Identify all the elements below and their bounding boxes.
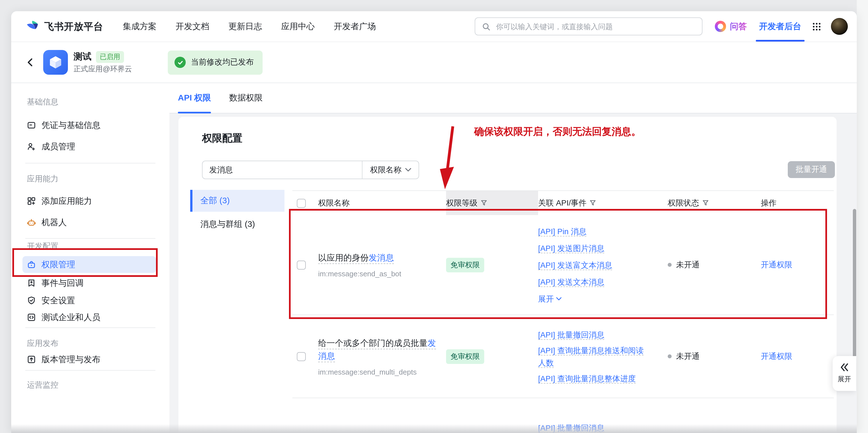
developer-console-link[interactable]: 开发者后台 (759, 11, 801, 41)
row-checkbox[interactable] (297, 260, 306, 269)
app-meta: 测试 已启用 正式应用@环界云 (73, 51, 132, 74)
table-row: 以应用的身份发消息 im:message:send_as_bot 免审权限 [A… (292, 215, 834, 315)
sidebar-item-version-release[interactable]: 版本管理与发布 (23, 351, 156, 368)
expand-label: 展开 (838, 375, 851, 384)
sidebar-item-members[interactable]: 成员管理 (23, 138, 156, 155)
app-subtitle: 正式应用@环界云 (73, 64, 132, 74)
app-grid-icon[interactable] (812, 22, 821, 31)
expand-api-link[interactable]: 展开 (538, 290, 562, 307)
sidebar-item-test-org[interactable]: 测试企业和人员 (23, 309, 156, 326)
sidebar-item-permissions[interactable]: 权限管理 (23, 256, 156, 273)
nav-item-integration[interactable]: 集成方案 (123, 21, 157, 32)
nav-item-changelog[interactable]: 更新日志 (228, 21, 262, 32)
permission-name-link[interactable]: 以应用的身份发消息 (318, 253, 394, 264)
sidebar-item-add-capability[interactable]: 添加应用能力 (23, 193, 156, 209)
api-link[interactable]: [API] 查询批量消息整体进度 (538, 374, 636, 383)
qa-link[interactable]: 问答 (715, 21, 747, 32)
check-circle-icon (175, 57, 186, 68)
permission-search-input[interactable] (203, 161, 362, 179)
grid-plus-icon (27, 197, 36, 206)
divider (25, 238, 155, 239)
scope-filter-list: 全部 (3) 消息与群组 (3) (190, 190, 284, 235)
api-link[interactable]: [API] 发送图片消息 (538, 243, 604, 253)
col-permission-name: 权限名称 (318, 191, 446, 215)
publish-status-banner: 当前修改均已发布 (168, 50, 262, 75)
nav-item-devplaza[interactable]: 开发者广场 (334, 21, 376, 32)
divider (25, 370, 155, 371)
filter-item-im[interactable]: 消息与群组 (3) (190, 213, 284, 235)
api-link[interactable]: [API] 批量撤回消息 (538, 330, 604, 340)
sidebar-section-monitor: 运营监控 (27, 381, 58, 388)
sidebar-item-label: 安全设置 (41, 295, 75, 306)
sidebar-item-events[interactable]: 事件与回调 (23, 275, 156, 291)
open-permission-link[interactable]: 开通权限 (761, 260, 792, 269)
shield-check-icon (27, 296, 36, 305)
bulk-open-button[interactable]: 批量开通 (788, 161, 835, 178)
permission-tabs: API 权限 数据权限 (169, 83, 857, 113)
open-permission-link[interactable]: 开通权限 (761, 351, 792, 360)
briefcase-lock-icon (27, 260, 36, 269)
api-link[interactable]: [API] 查询批量消息推送和阅读人数 (538, 346, 644, 368)
table-header: 权限名称 权限等级 关联 API/事件 (292, 191, 834, 215)
top-navbar: 飞书开放平台 集成方案 开发文档 更新日志 应用中心 开发者广场 问答 (11, 11, 857, 42)
level-tag: 免审权限 (446, 258, 484, 272)
scrollbar[interactable] (853, 209, 856, 375)
right-drawer-expand-button[interactable]: 展开 (833, 356, 856, 391)
filter-funnel-icon (590, 200, 596, 206)
sidebar: 基础信息 凭证与基础信息 成员管理 (11, 83, 169, 433)
bookmark-plus-icon (27, 279, 36, 288)
sidebar-item-label: 事件与回调 (41, 278, 84, 288)
back-icon[interactable] (25, 57, 40, 67)
search-input[interactable] (495, 22, 695, 31)
api-link[interactable]: [API] 批量撤回消息 (538, 424, 604, 433)
api-list: [API] Pin 消息 [API] 发送图片消息 [API] 发送富文本消息 … (538, 223, 651, 307)
table-row: 给一个或多个部门的成员批量发消息 im:message:send_multi_d… (292, 315, 834, 398)
page-title: 权限配置 (202, 132, 242, 145)
nav-item-appcenter[interactable]: 应用中心 (281, 21, 315, 32)
sidebar-item-credentials[interactable]: 凭证与基础信息 (23, 117, 156, 134)
sidebar-section-capability: 应用能力 (27, 175, 58, 182)
sidebar-item-label: 测试企业和人员 (41, 312, 100, 323)
feishu-logo-icon (25, 19, 40, 34)
status-text: 未开通 (676, 260, 700, 270)
sidebar-item-label: 添加应用能力 (41, 196, 92, 206)
col-permission-level[interactable]: 权限等级 (446, 191, 538, 215)
logo[interactable]: 飞书开放平台 (25, 19, 103, 34)
api-link[interactable]: [API] 发送富文本消息 (538, 260, 612, 270)
status-dot (668, 354, 672, 358)
status-badge: 已启用 (96, 51, 124, 63)
double-chevron-left-icon (839, 363, 849, 372)
status-cell: 未开通 (668, 351, 761, 362)
publish-status-text: 当前修改均已发布 (191, 57, 254, 67)
row-checkbox[interactable] (297, 352, 306, 361)
level-tag: 免审权限 (446, 349, 484, 364)
api-link[interactable]: [API] 发送文本消息 (538, 277, 604, 287)
sidebar-item-bot[interactable]: 机器人 (23, 214, 156, 231)
nav-menu: 集成方案 开发文档 更新日志 应用中心 开发者广场 (123, 21, 376, 32)
col-permission-status[interactable]: 权限状态 (668, 191, 761, 215)
api-link[interactable]: [API] Pin 消息 (538, 227, 587, 236)
sidebar-section-release: 应用发布 (27, 339, 58, 347)
app-header: 测试 已启用 正式应用@环界云 当前修改均已发布 (11, 42, 857, 83)
avatar[interactable] (831, 18, 848, 35)
nav-item-docs[interactable]: 开发文档 (176, 21, 209, 32)
sidebar-item-label: 权限管理 (41, 259, 75, 270)
screen: 飞书开放平台 集成方案 开发文档 更新日志 应用中心 开发者广场 问答 (0, 0, 868, 433)
search-filter-select[interactable]: 权限名称 (362, 161, 418, 179)
select-all-checkbox[interactable] (297, 199, 306, 207)
sidebar-item-label: 凭证与基础信息 (41, 120, 100, 131)
content-area: 权限配置 确保该权限开启，否则无法回复消息。 权限名称 (169, 113, 857, 433)
permission-search: 权限名称 (202, 161, 419, 179)
app-icon (43, 50, 68, 75)
browser-window: 飞书开放平台 集成方案 开发文档 更新日志 应用中心 开发者广场 问答 (11, 11, 857, 433)
api-list: [API] 批量撤回消息 [API] 查询批量消息推送和阅读 (538, 422, 651, 433)
sidebar-item-security[interactable]: 安全设置 (23, 292, 156, 309)
annotation-arrow (438, 125, 458, 193)
filter-item-all[interactable]: 全部 (3) (190, 190, 284, 212)
global-search[interactable] (475, 18, 703, 35)
permission-name-link[interactable]: 给一个或多个部门的成员批量发消息 (318, 338, 436, 362)
tab-api-permission[interactable]: API 权限 (178, 83, 211, 113)
col-related-api[interactable]: 关联 API/事件 (538, 191, 668, 215)
status-text: 未开通 (676, 351, 700, 362)
tab-data-permission[interactable]: 数据权限 (229, 83, 262, 113)
